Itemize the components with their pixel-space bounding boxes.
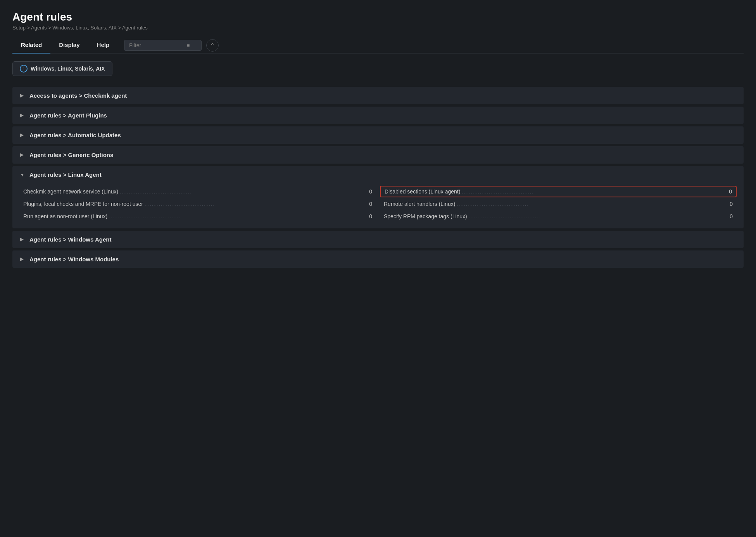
section-arrow-icon: ▶ [20, 113, 25, 118]
context-badge: ↑ Windows, Linux, Solaris, AIX [12, 61, 112, 76]
rule-count: 0 [727, 188, 732, 195]
rule-item[interactable]: Disabled sections (Linux agent) ........… [380, 186, 737, 197]
rule-dots: ........................................ [469, 214, 727, 219]
rule-item[interactable]: Checkmk agent network service (Linux) ..… [23, 186, 372, 197]
rule-item[interactable]: Specify RPM package tags (Linux) .......… [384, 211, 733, 221]
section-row: ▼Agent rules > Linux AgentCheckmk agent … [12, 166, 744, 228]
section-label: Agent rules > Windows Modules [29, 256, 119, 262]
rule-name: Checkmk agent network service (Linux) [23, 188, 118, 195]
rule-name: Plugins, local checks and MRPE for non-r… [23, 201, 143, 207]
rule-dots: ........................................ [120, 189, 366, 195]
section-row: ▶Agent rules > Windows Modules [12, 250, 744, 268]
toolbar-help-button[interactable]: Help [88, 38, 118, 54]
section-row: ▶Agent rules > Automatic Updates [12, 126, 744, 144]
filter-input-container: ≡ [124, 40, 202, 51]
breadcrumb: Setup > Agents > Windows, Linux, Solaris… [12, 25, 744, 31]
toolbar: Related Display Help ≡ ⌃ [12, 38, 744, 54]
rule-dots: ........................................ [145, 201, 366, 207]
filter-icon: ≡ [186, 42, 190, 48]
rule-item[interactable]: Plugins, local checks and MRPE for non-r… [23, 199, 372, 209]
section-header[interactable]: ▶Agent rules > Windows Modules [12, 250, 744, 268]
section-row: ▶Access to agents > Checkmk agent [12, 87, 744, 104]
rule-item[interactable]: Remote alert handlers (Linux) ..........… [384, 199, 733, 209]
section-arrow-icon: ▶ [20, 133, 25, 138]
section-label: Agent rules > Linux Agent [29, 171, 102, 178]
chevron-up-icon: ⌃ [210, 42, 215, 48]
page-title: Agent rules [12, 11, 744, 23]
section-arrow-icon: ▶ [20, 152, 25, 157]
context-badge-label: Windows, Linux, Solaris, AIX [31, 66, 105, 72]
rule-dots: ........................................ [457, 201, 727, 207]
section-label: Agent rules > Generic Options [29, 152, 113, 158]
rule-count: 0 [728, 201, 733, 207]
rule-name: Run agent as non-root user (Linux) [23, 213, 107, 219]
rule-dots: ........................................ [109, 214, 366, 219]
rule-count: 0 [368, 201, 372, 207]
section-label: Agent rules > Windows Agent [29, 236, 111, 243]
rule-item[interactable]: Run agent as non-root user (Linux) .....… [23, 211, 372, 221]
section-header[interactable]: ▶Agent rules > Agent Plugins [12, 107, 744, 124]
rule-count: 0 [728, 213, 733, 219]
section-row: ▶Agent rules > Agent Plugins [12, 107, 744, 124]
section-header[interactable]: ▶Agent rules > Windows Agent [12, 231, 744, 248]
rule-name: Disabled sections (Linux agent) [385, 188, 460, 195]
toolbar-display-button[interactable]: Display [50, 38, 88, 54]
section-header[interactable]: ▼Agent rules > Linux Agent [12, 166, 744, 183]
filter-input[interactable] [129, 42, 183, 48]
upload-icon: ↑ [20, 65, 28, 73]
section-row: ▶Agent rules > Generic Options [12, 146, 744, 164]
toolbar-related-button[interactable]: Related [12, 38, 50, 54]
rule-count: 0 [368, 213, 372, 219]
rule-name: Specify RPM package tags (Linux) [384, 213, 467, 219]
section-arrow-icon: ▶ [20, 93, 25, 98]
section-header[interactable]: ▶Agent rules > Generic Options [12, 146, 744, 164]
section-row: ▶Agent rules > Windows Agent [12, 231, 744, 248]
collapse-button[interactable]: ⌃ [206, 39, 219, 52]
section-label: Agent rules > Automatic Updates [29, 132, 121, 138]
rule-name: Remote alert handlers (Linux) [384, 201, 455, 207]
section-arrow-icon: ▶ [20, 237, 25, 242]
rule-dots: ........................................ [462, 189, 726, 195]
section-label: Access to agents > Checkmk agent [29, 92, 127, 99]
rule-count: 0 [368, 188, 372, 195]
section-arrow-icon: ▶ [20, 257, 25, 262]
section-arrow-icon: ▼ [20, 173, 25, 177]
section-label: Agent rules > Agent Plugins [29, 112, 107, 119]
sections-list: ▶Access to agents > Checkmk agent▶Agent … [12, 87, 744, 268]
section-header[interactable]: ▶Access to agents > Checkmk agent [12, 87, 744, 104]
section-body: Checkmk agent network service (Linux) ..… [12, 183, 744, 228]
section-header[interactable]: ▶Agent rules > Automatic Updates [12, 126, 744, 144]
